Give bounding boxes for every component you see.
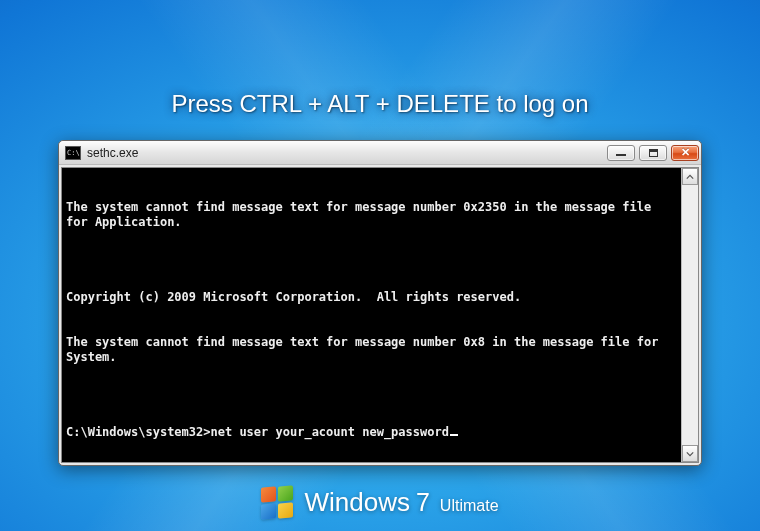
chevron-up-icon [686, 173, 694, 181]
command-prompt-window[interactable]: sethc.exe ✕ The system cannot find messa… [58, 140, 702, 466]
brand-edition: Ultimate [440, 497, 499, 515]
text-cursor [450, 434, 458, 436]
prompt-prefix: C:\Windows\system32> [66, 425, 211, 439]
minimize-button[interactable] [607, 145, 635, 161]
console-line: The system cannot find message text for … [66, 200, 677, 230]
brand-version: 7 [416, 488, 430, 517]
vertical-scrollbar[interactable] [681, 168, 698, 462]
logon-instruction: Press CTRL + ALT + DELETE to log on [0, 90, 760, 118]
window-controls: ✕ [607, 145, 699, 161]
windows-branding: Windows7Ultimate [0, 486, 760, 519]
windows-logo-icon [261, 486, 294, 519]
console-line: Copyright (c) 2009 Microsoft Corporation… [66, 290, 677, 305]
console-area[interactable]: The system cannot find message text for … [61, 167, 699, 463]
scroll-up-button[interactable] [682, 168, 698, 185]
scroll-down-button[interactable] [682, 445, 698, 462]
console-prompt-line: C:\Windows\system32>net user your_acount… [66, 425, 677, 440]
brand-product: Windows [304, 487, 409, 518]
window-titlebar[interactable]: sethc.exe ✕ [59, 141, 701, 165]
maximize-button[interactable] [639, 145, 667, 161]
close-button[interactable]: ✕ [671, 145, 699, 161]
console-output: The system cannot find message text for … [66, 170, 677, 458]
prompt-input: net user your_acount new_password [211, 425, 449, 439]
desktop-background: Press CTRL + ALT + DELETE to log on seth… [0, 0, 760, 531]
window-title: sethc.exe [87, 146, 601, 160]
cmd-icon [65, 146, 81, 160]
chevron-down-icon [686, 450, 694, 458]
console-line: The system cannot find message text for … [66, 335, 677, 365]
close-icon: ✕ [681, 147, 690, 158]
